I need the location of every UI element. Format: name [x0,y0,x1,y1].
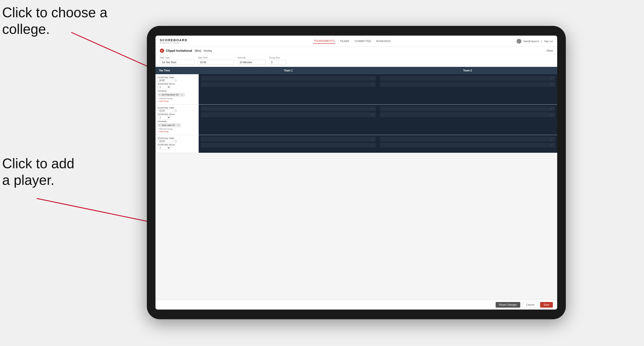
player-slot-6-2[interactable]: × ⌃ [380,143,555,148]
controls-row: Start Type 1st Tee Start Shotgun Start S… [156,55,557,67]
starting-time-input-3[interactable] [158,139,173,143]
player-x-icon-2[interactable]: × ⌃ [371,83,375,86]
course-remove-1[interactable]: × [180,94,180,96]
starting-hole-select-3[interactable]: 1 10 [158,146,170,150]
course-badge-1[interactable]: 🏳 (A) Peachtree GC × ⇅ [158,93,185,97]
course-row-2: 🏳 East Lake GC × ⇅ [158,123,196,127]
player-x-icon-5[interactable]: × ⌃ [371,108,375,110]
player-x-icon-12[interactable]: × ⌃ [550,144,554,147]
reset-button[interactable]: Reset Changes [496,302,520,308]
starting-hole-label-1: STARTING HOLE: [158,83,196,85]
starting-hole-label-3: STARTING HOLE: [158,144,196,146]
starting-hole-select-2[interactable]: 1 10 [158,115,170,120]
divider: | [542,40,542,42]
tablet-frame: SCOREBOARD Powered by clippd TOURNAMENTS… [147,26,566,319]
save-button[interactable]: Save [540,302,553,308]
group-row-2: STARTING TIME: 🕐 STARTING HOLE: 1 10 [156,105,557,135]
course-arrow-1[interactable]: ⇅ [182,94,183,96]
brand-title: SCOREBOARD [160,38,188,42]
start-type-label: Start Type [160,56,194,59]
course-flag-1: 🏳 [159,94,161,96]
course-label-2: COURSE: [158,120,196,123]
player-x-icon-11[interactable]: × ⌃ [550,138,554,141]
player-x-icon-7[interactable]: × ⌃ [550,108,554,110]
main-content: Tee Time Team 1 Team 2 STARTING TIME: 🕐 … [156,67,557,300]
player-x-icon-8[interactable]: × ⌃ [550,114,554,116]
col-team2: Team 2 [378,67,557,74]
starting-time-input-1[interactable] [158,79,173,82]
start-time-input[interactable] [198,60,234,65]
add-group-1[interactable]: + Add Group [158,100,196,102]
starting-time-row-1: 🕐 [158,79,196,82]
player-slot-3-1[interactable]: × ⌃ [201,106,376,111]
player-x-icon-3[interactable]: × ⌃ [550,77,554,80]
brand: SCOREBOARD Powered by clippd [160,38,188,44]
svg-line-3 [37,198,162,224]
player-slot-4-2[interactable]: × ⌃ [380,112,555,117]
player-x-icon-6[interactable]: × ⌃ [371,114,375,116]
remove-group-2[interactable]: ○ Remove Group [158,128,196,130]
course-badge-2[interactable]: 🏳 East Lake GC × ⇅ [158,123,181,127]
table-body: STARTING TIME: 🕐 STARTING HOLE: 1 10 [156,74,557,300]
group-team1-1: × ⌃ × ⌃ [199,74,378,104]
group-left-1: STARTING TIME: 🕐 STARTING HOLE: 1 10 [156,74,199,104]
user-email: blair@clippd.io [524,40,539,42]
sign-out-link[interactable]: Sign out [544,40,553,42]
course-flag-2: 🏳 [159,124,161,126]
player-x-icon-4[interactable]: × ⌃ [550,83,554,86]
starting-hole-select-1[interactable]: 1 10 [158,85,170,89]
add-group-2[interactable]: + Add Group [158,131,196,133]
nav-tab-tournaments[interactable]: TOURNAMENTS [313,39,335,44]
tournament-status: Hosting [204,50,212,52]
nav-tab-rankings[interactable]: RANKINGS [376,39,391,44]
start-time-label: Start Time [198,56,234,59]
starting-hole-label-2: STARTING HOLE: [158,113,196,115]
start-type-select[interactable]: 1st Tee Start Shotgun Start [160,60,194,65]
group-row: STARTING TIME: 🕐 STARTING HOLE: 1 10 [156,74,557,105]
starting-time-label-3: STARTING TIME: [158,137,196,139]
starting-time-label-2: STARTING TIME: [158,107,196,109]
tablet-screen: SCOREBOARD Powered by clippd TOURNAMENTS… [156,36,557,310]
c-logo: C [160,48,164,53]
intervals-group: Intervals 10 Minutes 8 Minutes 12 Minute… [238,56,266,65]
group-size-select[interactable]: 3 2 4 [269,60,286,65]
player-slot-1-2[interactable]: × ⌃ [201,82,376,87]
player-x-icon-9[interactable]: × ⌃ [371,138,375,141]
tournament-title: C Clippd Invitational (Men) Hosting [160,48,212,53]
group-team2-1: × ⌃ × ⌃ [378,74,557,104]
starting-time-input-2[interactable] [158,109,173,113]
course-remove-2[interactable]: × [176,124,177,126]
player-slot-5-2[interactable]: × ⌃ [201,143,376,148]
tournament-name: Clippd Invitational [166,49,192,52]
group-left-3: STARTING TIME: 🕐 STARTING HOLE: 1 10 [156,135,199,153]
footer: Reset Changes Cancel Save [156,300,557,310]
time-icon-1: 🕐 [174,79,177,82]
avatar [516,39,521,44]
sub-header: C Clippd Invitational (Men) Hosting ‹ Ba… [156,47,557,55]
group-team2-2: × ⌃ × ⌃ [378,105,557,135]
player-slot-3-2[interactable]: × ⌃ [201,112,376,117]
nav-tab-committee[interactable]: COMMITTEE [354,39,372,44]
starting-time-row-2: 🕐 [158,109,196,113]
time-icon-2: 🕐 [174,110,177,112]
remove-group-1[interactable]: ○ Remove Group [158,98,196,100]
player-slot-2-2[interactable]: × ⌃ [380,82,555,87]
time-icon-3: 🕐 [174,140,177,142]
nav-tab-teams[interactable]: TEAMS [340,39,350,44]
course-arrow-2[interactable]: ⇅ [178,124,180,126]
player-slot-6-1[interactable]: × ⌃ [380,137,555,142]
player-x-icon[interactable]: × ⌃ [371,77,375,80]
group-team1-2: × ⌃ × ⌃ [199,105,378,135]
group-size-label: Group Size [269,56,286,59]
back-button[interactable]: ‹ Back [546,49,553,52]
player-slot-4-1[interactable]: × ⌃ [380,106,555,111]
table-header: Tee Time Team 1 Team 2 [156,67,557,74]
player-slot-5-1[interactable]: × ⌃ [201,137,376,142]
intervals-select[interactable]: 10 Minutes 8 Minutes 12 Minutes [238,60,266,65]
player-slot-2-1[interactable]: × ⌃ [380,76,555,81]
player-x-icon-10[interactable]: × ⌃ [371,144,375,147]
course-label-1: COURSE: [158,90,196,92]
cancel-button[interactable]: Cancel [522,302,538,308]
annotation-top: Click to choose a college. [2,4,107,37]
player-slot-1-1[interactable]: × ⌃ [201,76,376,81]
